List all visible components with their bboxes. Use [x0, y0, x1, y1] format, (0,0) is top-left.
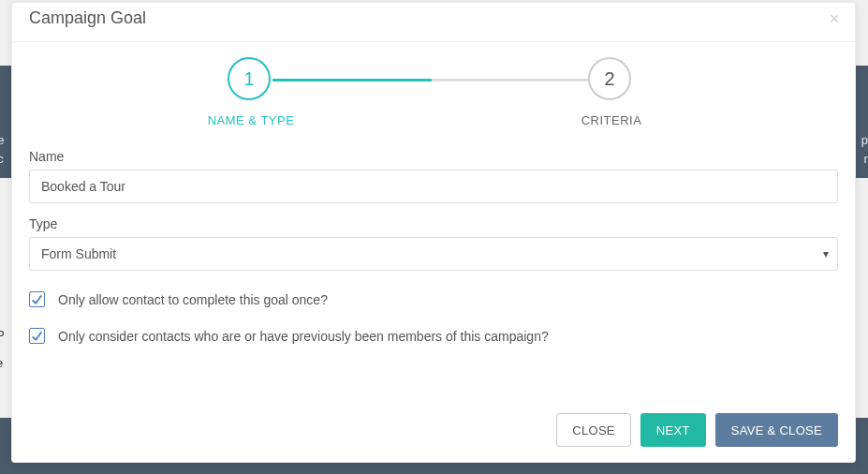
background-row-p: P — [0, 328, 5, 342]
modal-footer: CLOSE NEXT SAVE & CLOSE — [12, 398, 855, 462]
type-label: Type — [29, 216, 838, 231]
checkbox-members-only[interactable] — [29, 328, 45, 344]
checkbox-complete-once[interactable] — [29, 291, 45, 307]
step-2-circle[interactable]: 2 — [588, 57, 631, 100]
modal-header: Campaign Goal × — [12, 3, 855, 42]
modal-title: Campaign Goal — [29, 8, 838, 28]
background-text-left: ne ac — [0, 131, 4, 168]
close-icon[interactable]: × — [825, 10, 844, 29]
name-label: Name — [29, 149, 838, 164]
campaign-goal-modal: Campaign Goal × 1 2 NAME & TYPE CRITERIA… — [11, 2, 856, 463]
modal-body: Name Type Form Submit ▾ Only allow conta… — [12, 145, 855, 361]
checkbox-row-members: Only consider contacts who are or have p… — [29, 328, 838, 344]
background-text-right: pla ne — [861, 131, 868, 168]
checkbox-complete-once-label: Only allow contact to complete this goal… — [58, 292, 328, 307]
checkbox-row-once: Only allow contact to complete this goal… — [29, 291, 838, 307]
type-select[interactable]: Form Submit — [29, 237, 838, 271]
step-1-circle[interactable]: 1 — [228, 57, 271, 100]
step-1-label: NAME & TYPE — [190, 113, 312, 127]
next-button[interactable]: NEXT — [640, 413, 706, 447]
save-close-button[interactable]: SAVE & CLOSE — [715, 413, 838, 447]
checkbox-members-only-label: Only consider contacts who are or have p… — [58, 329, 549, 344]
stepper-line-inactive — [432, 79, 588, 81]
stepper-line-active — [272, 79, 432, 81]
name-input[interactable] — [29, 170, 838, 203]
background-row-e: e — [0, 356, 3, 370]
type-select-wrap: Form Submit ▾ — [29, 237, 838, 271]
step-2-label: CRITERIA — [565, 113, 658, 127]
stepper: 1 2 NAME & TYPE CRITERIA — [12, 42, 855, 145]
close-button[interactable]: CLOSE — [556, 413, 631, 447]
